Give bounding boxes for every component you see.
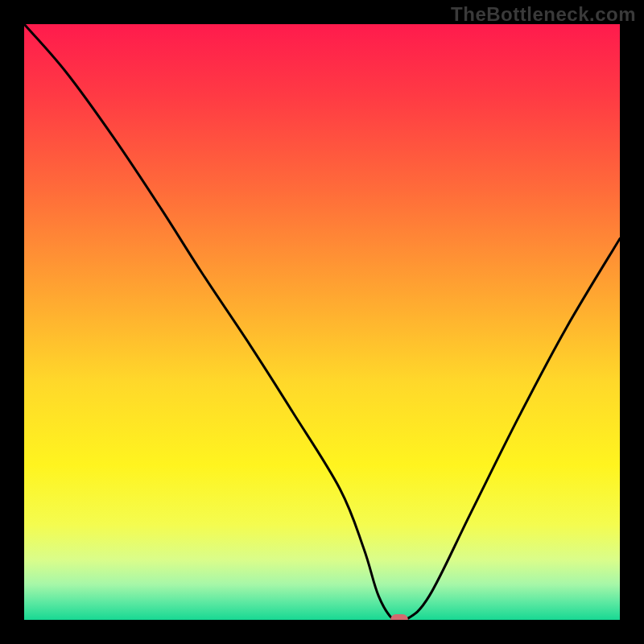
dip-marker <box>390 614 408 620</box>
bottleneck-curve <box>24 24 620 620</box>
curve-layer <box>24 24 620 620</box>
chart-frame: TheBottleneck.com <box>0 0 644 644</box>
watermark-text: TheBottleneck.com <box>451 3 636 26</box>
plot-area <box>24 24 620 620</box>
